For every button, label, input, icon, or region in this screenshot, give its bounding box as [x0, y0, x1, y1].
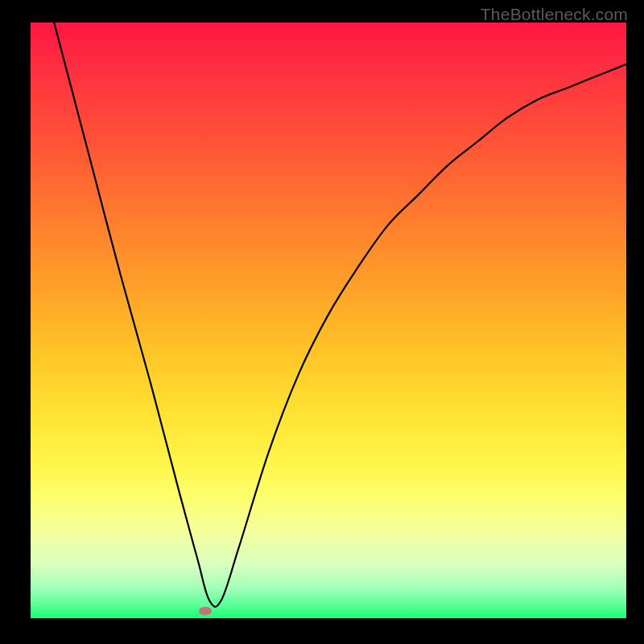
watermark-text: TheBottleneck.com	[481, 5, 628, 24]
minimum-marker	[199, 607, 212, 615]
plot-area	[31, 23, 626, 618]
chart-frame: TheBottleneck.com	[0, 0, 644, 644]
bottleneck-curve	[31, 23, 626, 618]
curve-path	[31, 23, 626, 607]
